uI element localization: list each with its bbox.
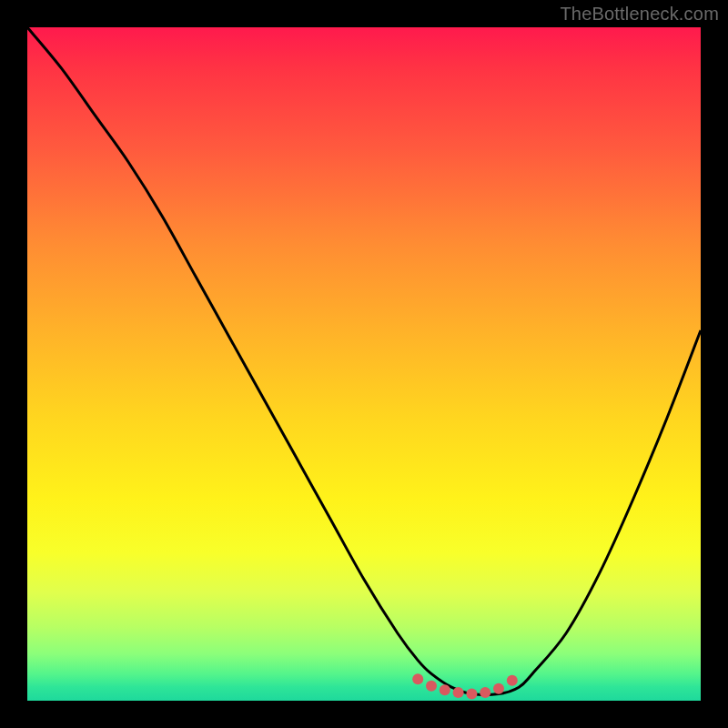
valley-marker xyxy=(412,673,423,684)
curve-svg xyxy=(27,27,701,701)
valley-marker xyxy=(440,684,450,695)
valley-marker xyxy=(480,687,490,698)
valley-markers xyxy=(412,673,518,699)
chart-frame: TheBottleneck.com xyxy=(0,0,728,728)
valley-marker xyxy=(493,683,504,694)
valley-marker xyxy=(507,675,518,686)
valley-marker xyxy=(426,681,437,692)
watermark-text: TheBottleneck.com xyxy=(560,4,719,25)
plot-area xyxy=(27,27,701,701)
valley-marker xyxy=(453,687,464,698)
bottleneck-curve xyxy=(27,27,701,695)
valley-marker xyxy=(466,689,477,700)
